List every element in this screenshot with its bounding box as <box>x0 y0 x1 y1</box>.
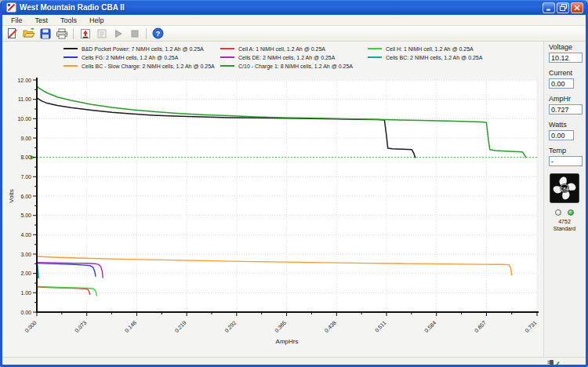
device-serial: 4752 <box>549 219 580 224</box>
svg-text:0.584: 0.584 <box>423 320 437 333</box>
legend-item-b-d-pocket-power: B&D Pocket Power: 7 NiMH cells, 1.2 Ah @… <box>64 45 220 53</box>
svg-text:0.00: 0.00 <box>20 310 31 315</box>
legend-swatch <box>64 65 78 67</box>
device-mode: Standard <box>549 226 580 231</box>
watts-value[interactable]: 0.00 <box>549 130 574 140</box>
svg-text:0.511: 0.511 <box>374 320 387 333</box>
logo-text: CBA <box>561 187 569 191</box>
legend-swatch <box>64 48 78 49</box>
chart-area: 0.001.002.003.004.005.006.007.008.009.00… <box>5 71 545 354</box>
legend-label: Cell A: 1 NiMH cell, 1.2 Ah @ 0.25A <box>238 46 325 52</box>
svg-text:6.00: 6.00 <box>20 194 31 199</box>
close-button[interactable] <box>571 2 583 13</box>
temp-label: Temp <box>549 147 583 154</box>
legend-item-cells-fg: Cells FG: 2 NiMH cells, 1.2 Ah @ 0.25A <box>64 53 220 61</box>
svg-text:8.00: 8.00 <box>20 154 31 160</box>
menu-tools[interactable]: Tools <box>55 16 82 25</box>
menu-test[interactable]: Test <box>30 16 54 25</box>
main-content: B&D Pocket Power: 7 NiMH cells, 1.2 Ah @… <box>2 42 586 357</box>
toolbar-separator <box>73 28 74 39</box>
legend-label: C/10 - Charge 1: 8 NiMH cells, 1.2 Ah @ … <box>238 64 353 69</box>
status-bar <box>2 357 586 367</box>
legend-item-cell-h: Cell H: 1 NiMH cell, 1.2 Ah @ 0.25A <box>368 45 509 53</box>
new-test-icon[interactable] <box>5 27 20 41</box>
minimize-button[interactable] <box>543 2 555 13</box>
chart-legend: B&D Pocket Power: 7 NiMH cells, 1.2 Ah @… <box>64 45 509 70</box>
save-icon[interactable] <box>38 27 53 41</box>
notes-icon[interactable] <box>94 27 109 41</box>
legend-label: B&D Pocket Power: 7 NiMH cells, 1.2 Ah @… <box>82 46 204 52</box>
toolbar: ? <box>2 26 586 42</box>
y-axis-ticks: 0.001.002.003.004.005.006.007.008.009.00… <box>17 78 37 315</box>
connection-status-icon <box>547 358 560 367</box>
help-icon[interactable]: ? <box>151 27 165 41</box>
stop-test-icon[interactable] <box>127 27 142 41</box>
title-bar: West Mountain Radio CBA II <box>2 0 586 15</box>
cba-fan-logo: CBA <box>550 173 583 206</box>
voltage-label: Voltage <box>549 43 583 51</box>
amphr-label: AmpHr <box>549 95 583 103</box>
side-panel: Voltage10.12Current0.00AmpHr0.727Watts0.… <box>543 42 586 357</box>
legend-swatch <box>220 65 234 67</box>
amphr-value[interactable]: 0.727 <box>549 104 583 114</box>
legend-swatch <box>220 48 234 49</box>
current-value[interactable]: 0.00 <box>549 78 574 89</box>
legend-label: Cells FG: 2 NiMH cells, 1.2 Ah @ 0.25A <box>82 55 178 60</box>
window-title: West Mountain Radio CBA II <box>20 3 543 12</box>
svg-text:0.146: 0.146 <box>124 320 137 333</box>
svg-text:9.00: 9.00 <box>20 136 31 141</box>
svg-text:1.00: 1.00 <box>20 290 31 296</box>
x-axis-ticks: 0.0000.0730.1460.2190.2920.3650.4380.511… <box>24 312 537 333</box>
legend-label: Cells BC - Slow Charge: 2 NiMH cells, 1.… <box>82 64 215 69</box>
temp-value[interactable]: - <box>549 156 583 166</box>
status-led-on <box>568 209 574 216</box>
svg-text:0.292: 0.292 <box>223 320 237 333</box>
toolbar-separator <box>146 28 147 39</box>
watts-label: Watts <box>549 121 583 129</box>
svg-text:5.00: 5.00 <box>20 213 31 218</box>
field-voltage: Voltage10.12 <box>549 43 583 63</box>
legend-label: Cells BC: 2 NiMH cells, 1.2 Ah @ 0.25A <box>386 55 482 60</box>
svg-text:0.731: 0.731 <box>524 320 537 333</box>
legend-item-cells-de: Cells DE: 2 NiMH cells, 1.2 Ah @ 0.25A <box>220 53 368 61</box>
print-icon[interactable] <box>54 27 69 41</box>
field-temp: Temp- <box>549 147 583 166</box>
svg-text:2.00: 2.00 <box>20 271 31 276</box>
y-axis-label: Volts <box>8 189 15 202</box>
svg-text:0.657: 0.657 <box>474 320 487 333</box>
legend-label: Cells DE: 2 NiMH cells, 1.2 Ah @ 0.25A <box>238 55 335 60</box>
discharge-chart: 0.001.002.003.004.005.006.007.008.009.00… <box>5 71 545 351</box>
menu-bar: File Test Tools Help <box>2 15 586 26</box>
svg-text:11.00: 11.00 <box>18 96 31 102</box>
legend-item-cells-bc: Cells BC: 2 NiMH cells, 1.2 Ah @ 0.25A <box>368 53 509 61</box>
legend-swatch <box>368 56 382 58</box>
svg-text:0.000: 0.000 <box>24 320 37 333</box>
menu-help[interactable]: Help <box>84 16 110 25</box>
voltage-value[interactable]: 10.12 <box>549 53 583 63</box>
legend-item-c-10-charge-1: C/10 - Charge 1: 8 NiMH cells, 1.2 Ah @ … <box>220 62 368 70</box>
field-watts: Watts0.00 <box>549 121 583 140</box>
svg-text:0.438: 0.438 <box>324 320 337 333</box>
legend-item-cells-bc-slow-charge: Cells BC - Slow Charge: 2 NiMH cells, 1.… <box>64 62 220 70</box>
legend-label: Cell H: 1 NiMH cell, 1.2 Ah @ 0.25A <box>386 46 474 52</box>
svg-text:0.365: 0.365 <box>274 320 287 333</box>
app-window: West Mountain Radio CBA II File Test Too… <box>0 0 588 367</box>
svg-text:12.00: 12.00 <box>17 78 31 83</box>
cba-device-icon[interactable] <box>78 27 93 41</box>
legend-swatch <box>368 48 382 49</box>
app-icon <box>6 2 16 13</box>
svg-text:4.00: 4.00 <box>20 232 31 238</box>
start-test-icon[interactable] <box>111 27 125 41</box>
svg-text:7.00: 7.00 <box>20 174 31 180</box>
x-axis-label: AmpHrs <box>276 338 299 345</box>
status-led-off <box>555 209 561 216</box>
svg-text:0.219: 0.219 <box>173 320 187 333</box>
field-amphr: AmpHr0.727 <box>549 95 583 114</box>
menu-file[interactable]: File <box>5 16 28 25</box>
field-current: Current0.00 <box>549 69 583 89</box>
svg-text:0.073: 0.073 <box>74 320 87 333</box>
open-icon[interactable] <box>21 27 36 41</box>
legend-swatch <box>220 56 234 58</box>
legend-item-cell-a: Cell A: 1 NiMH cell, 1.2 Ah @ 0.25A <box>220 45 368 53</box>
restore-button[interactable] <box>557 2 569 13</box>
